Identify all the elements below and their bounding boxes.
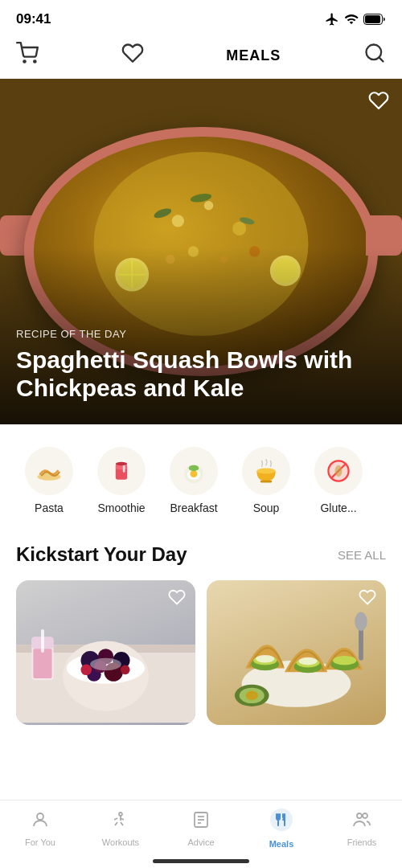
card-2-heart[interactable] [359, 588, 376, 611]
soup-icon [252, 457, 281, 485]
nav-friends[interactable]: Friends [338, 810, 386, 847]
battery-icon [363, 14, 386, 25]
pasta-icon-wrap [25, 447, 73, 495]
nav-meals[interactable]: Meals [257, 809, 306, 849]
svg-point-3 [34, 60, 35, 62]
svg-point-63 [333, 656, 356, 665]
friends-icon [352, 810, 371, 834]
recipe-card-2[interactable] [207, 580, 386, 725]
svg-point-78 [357, 813, 362, 818]
categories-section: Pasta Smoothie [0, 424, 402, 527]
svg-point-30 [191, 470, 198, 477]
svg-point-9 [232, 222, 246, 235]
svg-point-31 [189, 465, 199, 471]
category-pasta[interactable]: Pasta [13, 442, 85, 519]
breakfast-label: Breakfast [170, 502, 217, 514]
home-indicator [153, 859, 249, 863]
category-gluten[interactable]: Glute... [302, 442, 375, 519]
meals-icon [270, 809, 293, 836]
cart-icon[interactable] [16, 42, 39, 69]
gluten-label: Glute... [320, 502, 356, 514]
recipe-title: Spaghetti Squash Bowls with Chickpeas an… [16, 346, 386, 402]
svg-point-61 [298, 657, 317, 665]
breakfast-icon [179, 457, 208, 485]
soup-label: Soup [253, 502, 280, 514]
svg-point-2 [23, 60, 25, 62]
svg-point-37 [335, 465, 343, 477]
svg-rect-54 [41, 629, 44, 653]
svg-point-79 [363, 813, 367, 818]
gluten-icon [324, 457, 353, 485]
svg-rect-53 [33, 649, 51, 678]
smoothie-icon [107, 457, 136, 485]
card-1-heart[interactable] [168, 588, 186, 611]
nav-for-you[interactable]: For You [16, 810, 64, 847]
app-header: MEALS [0, 35, 402, 79]
svg-line-5 [379, 57, 383, 61]
kickstart-title: Kickstart Your Day [16, 543, 187, 566]
svg-point-70 [119, 813, 122, 816]
pasta-label: Pasta [35, 502, 64, 514]
search-icon[interactable] [363, 42, 386, 69]
recipe-of-day-badge: RECIPE OF THE DAY [16, 328, 386, 340]
svg-point-69 [37, 813, 43, 820]
svg-point-27 [116, 462, 127, 466]
see-all-button[interactable]: SEE ALL [338, 548, 386, 562]
status-time: 09:41 [16, 11, 51, 27]
svg-point-50 [90, 658, 121, 671]
advice-label: Advice [187, 837, 214, 847]
workouts-label: Workouts [102, 837, 139, 847]
categories-scroll: Pasta Smoothie [0, 442, 402, 519]
svg-rect-1 [365, 15, 380, 23]
nav-advice[interactable]: Advice [177, 810, 225, 847]
airplane-icon [325, 12, 339, 27]
category-soup[interactable]: Soup [230, 442, 302, 519]
svg-rect-33 [260, 481, 272, 483]
gluten-icon-wrap [314, 447, 363, 495]
recipe-cards-row [16, 580, 386, 725]
svg-point-32 [256, 468, 275, 473]
hero-heart-button[interactable] [368, 90, 389, 117]
page-title: MEALS [226, 47, 281, 64]
svg-point-48 [80, 665, 92, 676]
nav-workouts[interactable]: Workouts [96, 810, 145, 847]
pasta-icon [35, 457, 64, 485]
meals-label: Meals [269, 839, 294, 849]
svg-point-68 [245, 691, 258, 701]
svg-rect-26 [123, 460, 125, 473]
soup-icon-wrap [242, 447, 290, 495]
svg-point-75 [270, 809, 293, 831]
category-smoothie[interactable]: Smoothie [85, 442, 158, 519]
for-you-icon [31, 810, 50, 834]
kickstart-section: Kickstart Your Day SEE ALL [0, 527, 402, 733]
svg-point-65 [355, 612, 367, 631]
breakfast-icon-wrap [170, 447, 218, 495]
kickstart-header: Kickstart Your Day SEE ALL [16, 543, 386, 566]
status-icons [325, 12, 386, 27]
category-breakfast[interactable]: Breakfast [158, 442, 230, 519]
workouts-icon [111, 810, 130, 834]
hero-section: RECIPE OF THE DAY Spaghetti Squash Bowls… [0, 79, 402, 424]
heart-icon[interactable] [121, 42, 144, 69]
status-bar: 09:41 [0, 0, 402, 35]
for-you-label: For You [25, 837, 55, 847]
advice-icon [191, 810, 211, 834]
bottom-nav: For You Workouts Advice Meals [0, 800, 402, 868]
svg-point-7 [172, 215, 184, 227]
svg-point-49 [121, 665, 130, 675]
svg-point-58 [256, 655, 274, 663]
meals-icon-svg [270, 809, 293, 831]
wifi-icon [344, 12, 359, 27]
svg-point-8 [204, 201, 213, 210]
smoothie-label: Smoothie [97, 502, 145, 514]
recipe-card-1[interactable] [16, 580, 195, 725]
friends-label: Friends [347, 837, 377, 847]
smoothie-icon-wrap [97, 447, 146, 495]
hero-text-block: RECIPE OF THE DAY Spaghetti Squash Bowls… [16, 328, 386, 402]
